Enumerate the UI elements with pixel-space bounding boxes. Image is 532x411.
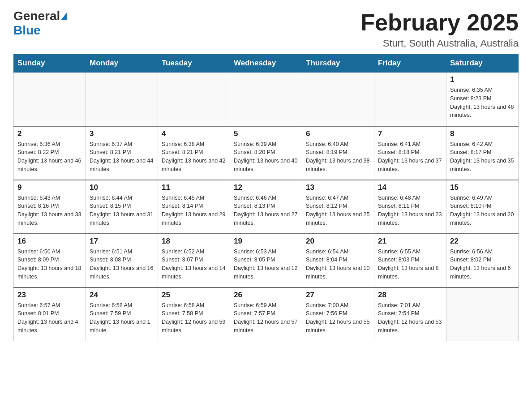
weekday-header-tuesday: Tuesday (158, 54, 230, 73)
day-info: Sunrise: 6:46 AMSunset: 8:13 PMDaylight:… (234, 194, 298, 227)
calendar-cell (374, 73, 446, 126)
day-info: Sunrise: 6:52 AMSunset: 8:07 PMDaylight:… (162, 248, 226, 281)
calendar-cell (302, 73, 374, 126)
calendar-cell: 14Sunrise: 6:48 AMSunset: 8:11 PMDayligh… (374, 180, 446, 234)
calendar-cell: 15Sunrise: 6:49 AMSunset: 8:10 PMDayligh… (446, 180, 519, 234)
calendar-cell (86, 73, 158, 126)
weekday-header-thursday: Thursday (302, 54, 374, 73)
day-info: Sunrise: 6:44 AMSunset: 8:15 PMDaylight:… (90, 194, 154, 227)
month-title: February 2025 (360, 9, 519, 36)
calendar-table: SundayMondayTuesdayWednesdayThursdayFrid… (13, 54, 519, 341)
day-number: 21 (378, 237, 442, 246)
day-info: Sunrise: 6:39 AMSunset: 8:20 PMDaylight:… (234, 140, 298, 174)
calendar-cell: 22Sunrise: 6:56 AMSunset: 8:02 PMDayligh… (446, 234, 519, 287)
day-number: 1 (450, 75, 515, 84)
day-info: Sunrise: 6:37 AMSunset: 8:21 PMDaylight:… (90, 140, 154, 174)
day-number: 15 (450, 183, 515, 192)
day-info: Sunrise: 6:35 AMSunset: 8:23 PMDaylight:… (450, 86, 515, 120)
day-number: 28 (378, 291, 442, 300)
day-number: 4 (162, 129, 226, 138)
day-info: Sunrise: 6:58 AMSunset: 7:58 PMDaylight:… (162, 301, 226, 335)
day-info: Sunrise: 6:38 AMSunset: 8:21 PMDaylight:… (162, 140, 226, 174)
location-subtitle: Sturt, South Australia, Australia (360, 38, 519, 49)
calendar-week-row: 16Sunrise: 6:50 AMSunset: 8:09 PMDayligh… (14, 234, 519, 287)
day-info: Sunrise: 6:51 AMSunset: 8:08 PMDaylight:… (90, 248, 154, 281)
day-info: Sunrise: 6:41 AMSunset: 8:18 PMDaylight:… (378, 140, 442, 174)
calendar-cell (158, 73, 230, 126)
logo: General Blue (13, 9, 68, 38)
day-info: Sunrise: 6:56 AMSunset: 8:02 PMDaylight:… (450, 248, 515, 281)
day-number: 2 (17, 129, 82, 138)
calendar-cell: 16Sunrise: 6:50 AMSunset: 8:09 PMDayligh… (14, 234, 86, 287)
day-number: 18 (162, 237, 226, 246)
day-info: Sunrise: 6:54 AMSunset: 8:04 PMDaylight:… (306, 248, 370, 281)
day-number: 11 (162, 183, 226, 192)
day-number: 24 (90, 291, 154, 300)
logo-general-text: General (13, 9, 60, 23)
calendar-cell: 12Sunrise: 6:46 AMSunset: 8:13 PMDayligh… (230, 180, 302, 234)
weekday-header-wednesday: Wednesday (230, 54, 302, 73)
weekday-header-friday: Friday (374, 54, 446, 73)
calendar-body: 1Sunrise: 6:35 AMSunset: 8:23 PMDaylight… (14, 73, 519, 341)
day-info: Sunrise: 6:48 AMSunset: 8:11 PMDaylight:… (378, 194, 442, 227)
calendar-week-row: 9Sunrise: 6:43 AMSunset: 8:16 PMDaylight… (14, 180, 519, 234)
weekday-header-sunday: Sunday (14, 54, 86, 73)
calendar-cell: 3Sunrise: 6:37 AMSunset: 8:21 PMDaylight… (86, 126, 158, 180)
calendar-cell: 18Sunrise: 6:52 AMSunset: 8:07 PMDayligh… (158, 234, 230, 287)
day-info: Sunrise: 6:58 AMSunset: 7:59 PMDaylight:… (90, 301, 154, 335)
day-number: 7 (378, 129, 442, 138)
day-number: 12 (234, 183, 298, 192)
title-section: February 2025 Sturt, South Australia, Au… (360, 9, 519, 49)
day-number: 14 (378, 183, 442, 192)
day-number: 3 (90, 129, 154, 138)
day-number: 5 (234, 129, 298, 138)
calendar-cell: 26Sunrise: 6:59 AMSunset: 7:57 PMDayligh… (230, 287, 302, 341)
page-header: General Blue February 2025 Sturt, South … (13, 9, 519, 49)
day-number: 25 (162, 291, 226, 300)
calendar-cell: 20Sunrise: 6:54 AMSunset: 8:04 PMDayligh… (302, 234, 374, 287)
day-number: 13 (306, 183, 370, 192)
calendar-cell: 4Sunrise: 6:38 AMSunset: 8:21 PMDaylight… (158, 126, 230, 180)
day-info: Sunrise: 6:43 AMSunset: 8:16 PMDaylight:… (17, 194, 82, 227)
day-info: Sunrise: 6:42 AMSunset: 8:17 PMDaylight:… (450, 140, 515, 174)
day-number: 6 (306, 129, 370, 138)
calendar-cell: 2Sunrise: 6:36 AMSunset: 8:22 PMDaylight… (14, 126, 86, 180)
calendar-cell: 9Sunrise: 6:43 AMSunset: 8:16 PMDaylight… (14, 180, 86, 234)
calendar-cell: 24Sunrise: 6:58 AMSunset: 7:59 PMDayligh… (86, 287, 158, 341)
calendar-cell: 27Sunrise: 7:00 AMSunset: 7:56 PMDayligh… (302, 287, 374, 341)
calendar-cell: 19Sunrise: 6:53 AMSunset: 8:05 PMDayligh… (230, 234, 302, 287)
calendar-cell: 28Sunrise: 7:01 AMSunset: 7:54 PMDayligh… (374, 287, 446, 341)
day-info: Sunrise: 6:47 AMSunset: 8:12 PMDaylight:… (306, 194, 370, 227)
calendar-week-row: 1Sunrise: 6:35 AMSunset: 8:23 PMDaylight… (14, 73, 519, 126)
day-number: 8 (450, 129, 515, 138)
calendar-cell: 5Sunrise: 6:39 AMSunset: 8:20 PMDaylight… (230, 126, 302, 180)
calendar-cell: 1Sunrise: 6:35 AMSunset: 8:23 PMDaylight… (446, 73, 519, 126)
day-info: Sunrise: 6:59 AMSunset: 7:57 PMDaylight:… (234, 301, 298, 335)
calendar-cell: 11Sunrise: 6:45 AMSunset: 8:14 PMDayligh… (158, 180, 230, 234)
calendar-cell: 23Sunrise: 6:57 AMSunset: 8:01 PMDayligh… (14, 287, 86, 341)
calendar-cell: 21Sunrise: 6:55 AMSunset: 8:03 PMDayligh… (374, 234, 446, 287)
day-info: Sunrise: 7:00 AMSunset: 7:56 PMDaylight:… (306, 301, 370, 335)
logo-blue-text: Blue (13, 23, 41, 37)
day-info: Sunrise: 6:53 AMSunset: 8:05 PMDaylight:… (234, 248, 298, 281)
day-number: 26 (234, 291, 298, 300)
day-number: 19 (234, 237, 298, 246)
day-info: Sunrise: 6:40 AMSunset: 8:19 PMDaylight:… (306, 140, 370, 174)
calendar-cell: 17Sunrise: 6:51 AMSunset: 8:08 PMDayligh… (86, 234, 158, 287)
day-info: Sunrise: 6:55 AMSunset: 8:03 PMDaylight:… (378, 248, 442, 281)
calendar-cell: 10Sunrise: 6:44 AMSunset: 8:15 PMDayligh… (86, 180, 158, 234)
weekday-header-saturday: Saturday (446, 54, 519, 73)
day-number: 20 (306, 237, 370, 246)
weekday-header-row: SundayMondayTuesdayWednesdayThursdayFrid… (14, 54, 519, 73)
calendar-cell: 8Sunrise: 6:42 AMSunset: 8:17 PMDaylight… (446, 126, 519, 180)
day-number: 27 (306, 291, 370, 300)
calendar-cell: 7Sunrise: 6:41 AMSunset: 8:18 PMDaylight… (374, 126, 446, 180)
calendar-cell (14, 73, 86, 126)
calendar-cell: 6Sunrise: 6:40 AMSunset: 8:19 PMDaylight… (302, 126, 374, 180)
calendar-week-row: 2Sunrise: 6:36 AMSunset: 8:22 PMDaylight… (14, 126, 519, 180)
calendar-cell: 25Sunrise: 6:58 AMSunset: 7:58 PMDayligh… (158, 287, 230, 341)
day-info: Sunrise: 6:45 AMSunset: 8:14 PMDaylight:… (162, 194, 226, 227)
day-number: 16 (17, 237, 82, 246)
weekday-header-monday: Monday (86, 54, 158, 73)
day-number: 9 (17, 183, 82, 192)
